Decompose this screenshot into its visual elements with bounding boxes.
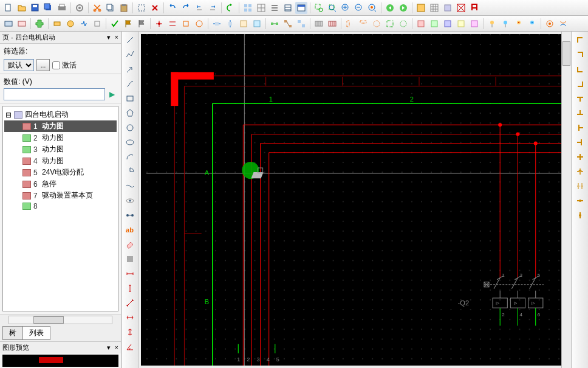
tb2-f4[interactable] [526, 18, 538, 30]
tb-zoom-extent[interactable] [326, 2, 338, 14]
panel-pin-icon[interactable]: ▾ [107, 33, 111, 41]
tb-refresh[interactable] [224, 2, 236, 14]
tree-page-7[interactable]: 7 驱动装置基本页 [4, 190, 117, 201]
rt-corner-tl[interactable] [574, 34, 586, 46]
rt-tee-l[interactable] [574, 136, 586, 148]
tb2-f3[interactable] [513, 18, 525, 30]
value-input[interactable] [4, 88, 105, 100]
tb2-a3[interactable] [238, 18, 250, 30]
schematic-canvas[interactable]: 1 2 A B 1 2 3 4 5 -Q2 1 3 5 2 4 6 I> [141, 34, 569, 366]
tb-cut[interactable] [91, 2, 103, 14]
vt-ellipse[interactable] [124, 136, 136, 148]
vt-spline[interactable] [124, 180, 136, 192]
tb2-e1[interactable] [415, 18, 427, 30]
tb2-a1[interactable] [211, 18, 223, 30]
tb-print[interactable] [56, 2, 68, 14]
tree-page-3[interactable]: 3 动力图 [4, 144, 117, 155]
vt-dim-ang[interactable] [124, 341, 136, 353]
tree-hscroll[interactable] [0, 314, 121, 325]
tb-settings[interactable] [74, 2, 86, 14]
rt-tee-r[interactable] [574, 122, 586, 134]
vt-curve[interactable] [124, 78, 136, 90]
value-apply-icon[interactable]: ▶ [106, 89, 117, 100]
tb-layer3[interactable] [442, 2, 454, 14]
tb2-b3[interactable] [295, 18, 307, 30]
vt-node[interactable] [124, 209, 136, 221]
vt-pie[interactable] [124, 165, 136, 178]
vt-arc[interactable] [124, 151, 136, 163]
vt-line[interactable] [124, 34, 136, 46]
tb2-flag[interactable] [122, 18, 134, 30]
rt-break[interactable] [574, 180, 586, 192]
tb2-conn4[interactable] [193, 18, 205, 30]
tb-list2[interactable] [282, 2, 294, 14]
tb2-sym2[interactable] [64, 18, 77, 30]
tb2-g2[interactable] [557, 18, 569, 30]
rt-corner-br[interactable] [574, 78, 586, 90]
tb-window[interactable] [295, 2, 307, 14]
tb2-d3[interactable] [371, 18, 383, 30]
preview-body[interactable] [2, 355, 118, 367]
tb-new[interactable] [2, 2, 15, 14]
rt-tee-u[interactable] [574, 107, 586, 119]
rt-cross[interactable] [574, 151, 586, 163]
tb2-1[interactable] [2, 18, 15, 30]
vt-dim-h[interactable] [124, 268, 136, 280]
tb-copy[interactable] [104, 2, 117, 14]
vt-eraser[interactable] [124, 238, 136, 251]
tb2-d2[interactable] [357, 18, 369, 30]
panel-close-icon[interactable]: × [115, 33, 118, 41]
preview-pin-icon[interactable]: ▾ [107, 344, 111, 351]
tree-page-8[interactable]: 8 [4, 201, 117, 211]
tb-nav-back[interactable] [384, 2, 396, 14]
tb2-conn1[interactable] [153, 18, 165, 30]
tb2-2[interactable] [16, 18, 28, 30]
tree-page-1[interactable]: 1 动力图 [4, 120, 117, 132]
tb2-sym4[interactable] [91, 18, 103, 30]
tb-select[interactable] [135, 2, 148, 14]
tree-page-6[interactable]: 6 急停 [4, 178, 117, 190]
activate-checkbox-label[interactable]: 激活 [52, 60, 77, 71]
vt-dim-d[interactable] [124, 326, 136, 338]
rt-corner-tr[interactable] [574, 49, 586, 61]
tb-layer4[interactable] [455, 2, 467, 14]
tb2-d5[interactable] [397, 18, 409, 30]
tab-tree[interactable]: 树 [2, 326, 23, 340]
tb2-e4[interactable] [455, 18, 467, 30]
expand-icon[interactable]: ⊟ [5, 111, 12, 119]
page-tree[interactable]: ⊟ 四台电机启动 1 动力图 2 动力图 3 动力图 4 [2, 106, 118, 311]
vt-dim-v[interactable] [124, 282, 136, 294]
tb-grid1[interactable] [242, 2, 254, 14]
tb2-e5[interactable] [468, 18, 480, 30]
tree-page-5[interactable]: 5 24V电源分配 [4, 167, 117, 178]
tb2-f2[interactable] [499, 18, 511, 30]
tb-undo-list[interactable] [193, 2, 205, 14]
rt-node-v[interactable] [574, 209, 586, 221]
tree-page-2[interactable]: 2 动力图 [4, 132, 117, 144]
tb-zoom-in[interactable] [340, 2, 352, 14]
tb-delete[interactable] [149, 2, 161, 14]
tree-project-node[interactable]: ⊟ 四台电机启动 [4, 109, 117, 120]
tb-save-all[interactable] [43, 2, 55, 14]
tab-list[interactable]: 列表 [22, 326, 50, 340]
tb2-c2[interactable] [326, 18, 338, 30]
tb2-d4[interactable] [384, 18, 396, 30]
rt-tee-d[interactable] [574, 92, 586, 105]
vt-rect[interactable] [124, 92, 136, 105]
vt-text[interactable]: ab [124, 224, 136, 236]
vt-circle[interactable] [124, 122, 136, 134]
tb-redo[interactable] [180, 2, 192, 14]
tb2-c1[interactable] [313, 18, 325, 30]
tb-open[interactable] [16, 2, 28, 14]
tb2-a4[interactable] [251, 18, 263, 30]
filter-select[interactable]: 默认 [4, 59, 34, 71]
vt-arrow[interactable] [124, 63, 136, 75]
tb2-b1[interactable] [268, 18, 281, 30]
preview-close-icon[interactable]: × [115, 344, 118, 351]
tb-layer2[interactable] [428, 2, 440, 14]
tb-nav-fwd[interactable] [397, 2, 409, 14]
tb2-f1[interactable] [486, 18, 498, 30]
tb-undo[interactable] [166, 2, 179, 14]
filter-more-button[interactable]: ... [36, 59, 50, 71]
tb-zoom-window[interactable] [313, 2, 325, 14]
